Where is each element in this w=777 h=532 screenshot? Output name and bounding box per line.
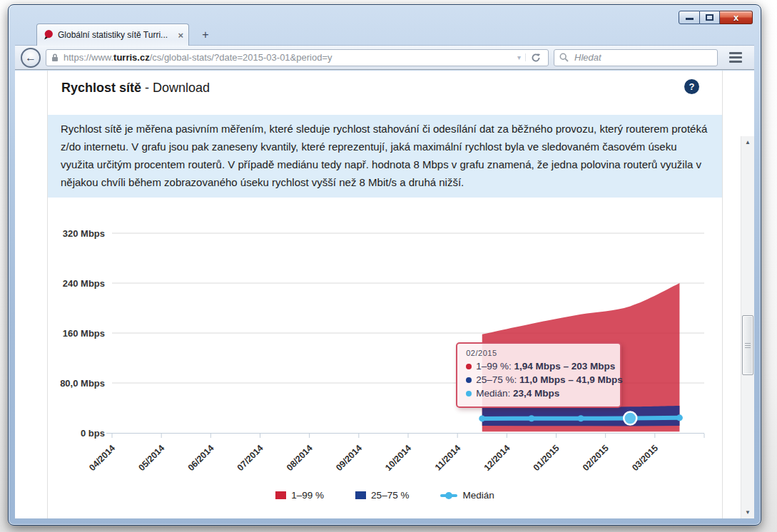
svg-text:04/2014: 04/2014 xyxy=(87,443,117,473)
data-point xyxy=(479,415,485,421)
page-viewport: Rychlost sítě - Download ? Rychlost sítě… xyxy=(15,71,754,518)
svg-text:01/2015: 01/2015 xyxy=(532,443,562,473)
svg-text:12/2014: 12/2014 xyxy=(482,443,512,473)
hamburger-icon xyxy=(729,52,742,54)
svg-text:10/2014: 10/2014 xyxy=(383,443,413,473)
url-dropdown-icon[interactable]: ▾ xyxy=(513,53,526,61)
url-domain: turris.cz xyxy=(113,52,150,63)
svg-text:0 bps: 0 bps xyxy=(81,428,105,439)
url-bar[interactable]: https://www.turris.cz/cs/global-stats/?d… xyxy=(46,49,549,66)
maximize-button[interactable] xyxy=(700,11,720,24)
navy-swatch-icon xyxy=(355,491,366,499)
intro-infobox: Rychlost sítě je měřena pasivním měřením… xyxy=(48,115,722,198)
tooltip-row: 1–99 %: 1,94 Mbps – 203 Mbps xyxy=(466,359,611,373)
svg-text:08/2014: 08/2014 xyxy=(285,443,315,473)
close-button[interactable]: x xyxy=(720,11,753,24)
back-button[interactable]: ← xyxy=(21,48,41,68)
svg-text:11/2014: 11/2014 xyxy=(433,443,462,472)
svg-text:320 Mbps: 320 Mbps xyxy=(63,228,105,239)
search-input[interactable] xyxy=(573,51,712,63)
tab-title: Globální statistiky sítě Turri... xyxy=(58,30,175,40)
scrollbar-grip-icon xyxy=(745,343,751,349)
svg-text:80,0 Mbps: 80,0 Mbps xyxy=(60,378,105,389)
svg-text:06/2014: 06/2014 xyxy=(186,443,216,473)
navy-bullet-icon xyxy=(466,377,472,383)
svg-text:240 Mbps: 240 Mbps xyxy=(63,278,105,289)
blue-bullet-icon xyxy=(466,391,472,397)
legend-item-median: Medián xyxy=(440,490,494,501)
url-text: https://www.turris.cz/cs/global-stats/?d… xyxy=(64,52,513,63)
search-icon xyxy=(559,53,569,62)
lock-icon[interactable] xyxy=(51,53,59,62)
menu-button[interactable] xyxy=(723,48,748,67)
search-box[interactable] xyxy=(554,49,718,66)
svg-text:02/2015: 02/2015 xyxy=(581,443,611,473)
tooltip-date: 02/2015 xyxy=(466,349,611,357)
median-line-icon xyxy=(440,494,457,497)
url-path: /cs/global-stats/?date=2015-03-01&period… xyxy=(150,52,332,63)
page-title: Rychlost sítě - Download xyxy=(61,81,210,96)
svg-text:07/2014: 07/2014 xyxy=(235,443,265,473)
highlighted-point xyxy=(624,412,636,425)
scroll-down-button[interactable]: ▼ xyxy=(741,506,754,518)
scrollbar-thumb[interactable] xyxy=(742,315,753,375)
scrollbar[interactable]: ▲ ▼ xyxy=(741,136,754,518)
tooltip-row: 25–75 %: 11,0 Mbps – 41,9 Mbps xyxy=(466,373,611,387)
legend-item-25-75: 25–75 % xyxy=(355,490,409,501)
svg-text:09/2014: 09/2014 xyxy=(334,443,364,473)
chart-legend: 1–99 % 25–75 % Medián xyxy=(49,490,721,501)
minimize-button[interactable] xyxy=(679,11,700,24)
content-column: Rychlost sítě - Download ? Rychlost sítě… xyxy=(47,71,723,518)
data-point xyxy=(676,414,683,421)
new-tab-button[interactable]: + xyxy=(195,27,216,44)
help-button[interactable]: ? xyxy=(684,79,699,94)
red-bullet-icon xyxy=(466,364,472,369)
reload-icon xyxy=(531,53,541,63)
browser-tab[interactable]: Globální statistiky sítě Turri... × xyxy=(36,24,189,46)
maximize-icon xyxy=(706,14,713,21)
legend-item-1-99: 1–99 % xyxy=(275,490,324,501)
speed-chart: 0 bps80,0 Mbps160 Mbps240 Mbps320 Mbps04… xyxy=(49,219,721,513)
data-point xyxy=(578,415,584,421)
minimize-icon xyxy=(686,18,694,20)
svg-text:160 Mbps: 160 Mbps xyxy=(63,328,105,339)
turris-favicon xyxy=(42,29,54,41)
scroll-up-button[interactable]: ▲ xyxy=(741,136,754,148)
svg-text:05/2014: 05/2014 xyxy=(136,443,166,473)
data-point xyxy=(528,415,534,421)
red-swatch-icon xyxy=(275,491,286,499)
tab-close-icon[interactable]: × xyxy=(178,30,183,41)
tooltip-row: Medián: 23,4 Mbps xyxy=(466,387,611,400)
svg-text:03/2015: 03/2015 xyxy=(630,443,660,473)
browser-window: x Globální statistiky sítě Turri... × + … xyxy=(8,4,761,526)
url-scheme: https://www. xyxy=(64,52,113,63)
chart-tooltip: 02/2015 1–99 %: 1,94 Mbps – 203 Mbps 25–… xyxy=(456,342,621,408)
window-controls: x xyxy=(679,11,753,24)
reload-button[interactable] xyxy=(526,53,544,63)
navigation-toolbar: ← https://www.turris.cz/cs/global-stats/… xyxy=(15,45,754,70)
